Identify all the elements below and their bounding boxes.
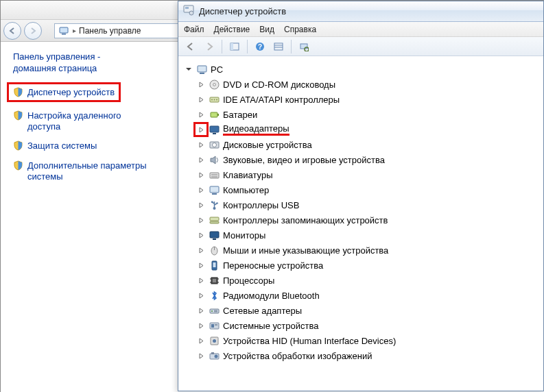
monitor-icon: [209, 230, 220, 241]
menu-help[interactable]: Справка: [284, 25, 316, 34]
tree-node-category[interactable]: Устройства обработки изображений: [180, 348, 541, 363]
tree-node-category[interactable]: Сетевые адаптеры: [180, 303, 541, 318]
shield-icon: [13, 160, 23, 171]
hdd-icon: [209, 139, 220, 151]
expand-icon[interactable]: [196, 351, 206, 360]
expand-icon[interactable]: [196, 185, 206, 195]
menu-file[interactable]: Файл: [184, 25, 204, 34]
svg-rect-39: [210, 232, 219, 238]
toolbar-scan-button[interactable]: [296, 39, 312, 54]
svg-rect-46: [213, 279, 216, 282]
tree-node-label: Батареи: [223, 110, 257, 120]
sidebar-link-advanced-settings[interactable]: Дополнительные параметрысистемы: [13, 160, 167, 183]
network-icon: [209, 305, 220, 317]
tree-node-label: Видеоадаптеры: [223, 123, 289, 136]
nav-forward-button[interactable]: [24, 22, 42, 40]
expand-icon[interactable]: [196, 275, 206, 285]
nav-back-button[interactable]: [3, 22, 21, 40]
tree-node-category[interactable]: Устройства HID (Human Interface Devices): [180, 333, 541, 348]
tree-node-category[interactable]: Мониторы: [180, 228, 541, 243]
expand-icon[interactable]: [193, 122, 209, 137]
tree-node-category[interactable]: Мыши и иные указывающие устройства: [180, 243, 541, 258]
expand-icon[interactable]: [196, 245, 206, 255]
tree-node-category[interactable]: Системные устройства: [180, 318, 541, 333]
svg-rect-0: [60, 27, 68, 33]
expand-icon[interactable]: [196, 79, 206, 89]
sidebar-link-system-protection[interactable]: Защита системы: [13, 140, 167, 151]
tree-node-root[interactable]: PC: [180, 62, 541, 77]
svg-point-19: [211, 99, 213, 100]
tree-node-label: Устройства обработки изображений: [223, 351, 372, 361]
tree-node-category[interactable]: Переносные устройства: [180, 258, 541, 273]
sidebar-label: Защита системы: [27, 140, 97, 151]
svg-rect-22: [211, 112, 217, 117]
expand-icon[interactable]: [196, 321, 206, 330]
toolbar-back-button[interactable]: [182, 39, 199, 54]
mouse-icon: [209, 245, 220, 256]
menu-action[interactable]: Действие: [214, 25, 250, 34]
sound-icon: [209, 154, 220, 166]
collapse-icon[interactable]: [184, 64, 193, 74]
expand-icon[interactable]: [196, 200, 206, 210]
svg-rect-3: [185, 7, 189, 9]
tree-node-category[interactable]: Звуковые, видео и игровые устройства: [180, 152, 541, 167]
dm-toolbar: ?: [178, 37, 543, 56]
tree-node-category[interactable]: Компьютер: [180, 182, 541, 197]
svg-rect-14: [198, 66, 206, 72]
svg-rect-15: [200, 73, 204, 74]
menu-view[interactable]: Вид: [259, 25, 274, 34]
svg-point-36: [216, 202, 218, 204]
expand-icon[interactable]: [196, 170, 206, 180]
svg-point-21: [216, 99, 217, 100]
expand-icon[interactable]: [196, 110, 206, 119]
expand-icon[interactable]: [196, 260, 206, 270]
toolbar-show-hide-button[interactable]: [226, 39, 243, 54]
toolbar-help-button[interactable]: ?: [252, 39, 268, 54]
disc-icon: [209, 79, 220, 90]
svg-rect-55: [211, 324, 214, 328]
cp-home-link[interactable]: Панель управления - домашняя страница: [13, 51, 167, 75]
tree-node-label: Контроллеры запоминающих устройств: [223, 215, 388, 225]
expand-icon[interactable]: [196, 306, 206, 315]
tree-node-category[interactable]: Процессоры: [180, 273, 541, 288]
battery-icon: [209, 109, 220, 121]
svg-rect-40: [213, 238, 216, 240]
tree-node-category[interactable]: Контроллеры запоминающих устройств: [180, 212, 541, 228]
sidebar-link-remote-settings[interactable]: Настройка удаленногодоступа: [13, 110, 167, 133]
tree-node-category[interactable]: Видеоадаптеры: [180, 122, 541, 137]
svg-point-4: [189, 11, 193, 15]
tree-node-category[interactable]: Клавиатуры: [180, 167, 541, 182]
svg-rect-35: [211, 201, 213, 203]
imaging-icon: [209, 350, 220, 362]
device-tree[interactable]: PC DVD и CD-ROM дисководыIDE ATA/ATAPI к…: [178, 56, 543, 391]
tree-node-label: Процессоры: [223, 275, 274, 286]
tree-node-label: Звуковые, видео и игровые устройства: [223, 155, 385, 165]
toolbar-forward-button[interactable]: [201, 39, 217, 54]
tree-node-category[interactable]: Контроллеры USB: [180, 197, 541, 212]
tree-node-category[interactable]: DVD и CD-ROM дисководы: [180, 77, 541, 92]
expand-icon[interactable]: [196, 291, 206, 300]
expand-icon[interactable]: [196, 230, 206, 240]
tree-node-label: Системные устройства: [223, 321, 318, 331]
sidebar-link-device-manager[interactable]: Диспетчер устройств: [7, 82, 121, 102]
svg-rect-24: [210, 126, 219, 132]
expand-icon[interactable]: [196, 140, 206, 149]
tree-node-category[interactable]: IDE ATA/ATAPI контроллеры: [180, 92, 541, 107]
sidebar-label: Настройка удаленногодоступа: [27, 110, 121, 133]
tree-node-category[interactable]: Радиомодули Bluetooth: [180, 288, 541, 303]
svg-rect-37: [210, 217, 219, 221]
expand-icon[interactable]: [196, 155, 206, 164]
expand-icon[interactable]: [196, 95, 206, 104]
computer-icon: [209, 184, 220, 196]
expand-icon[interactable]: [196, 215, 206, 225]
dm-titlebar[interactable]: Диспетчер устройств: [178, 1, 543, 22]
tree-node-label: PC: [211, 64, 223, 75]
shield-icon: [13, 110, 23, 121]
shield-icon: [13, 87, 23, 97]
tree-node-category[interactable]: Батареи: [180, 107, 541, 122]
computer-icon: [196, 64, 208, 75]
tree-node-label: Мониторы: [223, 230, 265, 241]
tree-node-category[interactable]: Дисковые устройства: [180, 137, 541, 152]
expand-icon[interactable]: [196, 336, 206, 345]
toolbar-properties-button[interactable]: [270, 39, 287, 54]
